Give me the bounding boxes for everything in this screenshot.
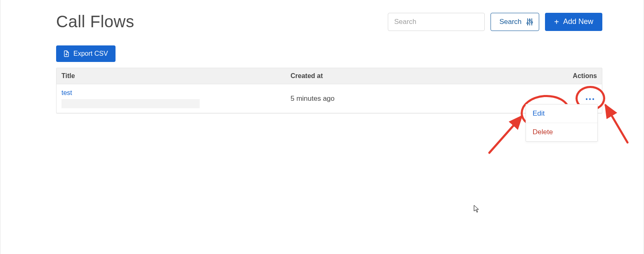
menu-item-edit[interactable]: Edit (526, 104, 597, 123)
more-horizontal-icon (585, 98, 594, 100)
row-actions-button[interactable] (583, 95, 597, 103)
add-new-button[interactable]: + Add New (545, 13, 602, 31)
menu-item-delete[interactable]: Delete (526, 123, 597, 141)
cursor-icon (474, 205, 480, 213)
row-created-at: 5 minutes ago (285, 90, 552, 107)
export-csv-button[interactable]: Export CSV (56, 45, 116, 62)
plus-icon: + (554, 18, 559, 26)
page-title: Call Flows (56, 12, 134, 31)
file-download-icon (64, 50, 69, 57)
svg-point-7 (589, 98, 591, 100)
column-header-actions: Actions (552, 68, 602, 84)
column-header-created-at: Created at (285, 68, 552, 84)
annotation-arrow-left (485, 112, 531, 157)
add-new-label: Add New (563, 17, 593, 26)
sliders-icon (526, 18, 533, 26)
svg-point-3 (527, 22, 528, 24)
svg-point-4 (529, 19, 531, 21)
svg-point-5 (531, 21, 533, 23)
svg-line-9 (489, 116, 521, 153)
search-input[interactable] (388, 13, 485, 31)
svg-point-6 (586, 98, 587, 100)
svg-point-8 (592, 98, 594, 100)
search-button-label: Search (499, 18, 521, 26)
header-actions: Search + Add New (388, 13, 602, 31)
column-header-title: Title (57, 68, 285, 84)
page-header: Call Flows Search + Add N (56, 12, 602, 31)
table-row: test 5 minutes ago Edit Delete (57, 84, 602, 113)
export-csv-label: Export CSV (73, 50, 108, 57)
row-title-link[interactable]: test (61, 89, 281, 97)
row-sub-placeholder (61, 99, 200, 108)
row-actions-menu: Edit Delete (526, 104, 598, 142)
call-flows-table: Title Created at Actions test 5 minutes … (56, 68, 602, 114)
search-button[interactable]: Search (491, 13, 539, 31)
table-header: Title Created at Actions (57, 68, 602, 84)
